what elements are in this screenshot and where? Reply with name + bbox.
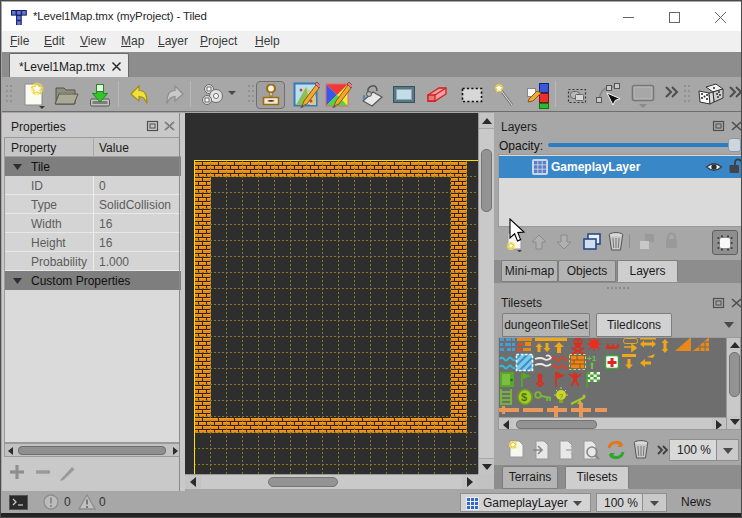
svg-text:+1: +1 (587, 354, 597, 363)
svg-text:$: $ (521, 391, 527, 403)
svg-text:?: ? (559, 393, 563, 400)
